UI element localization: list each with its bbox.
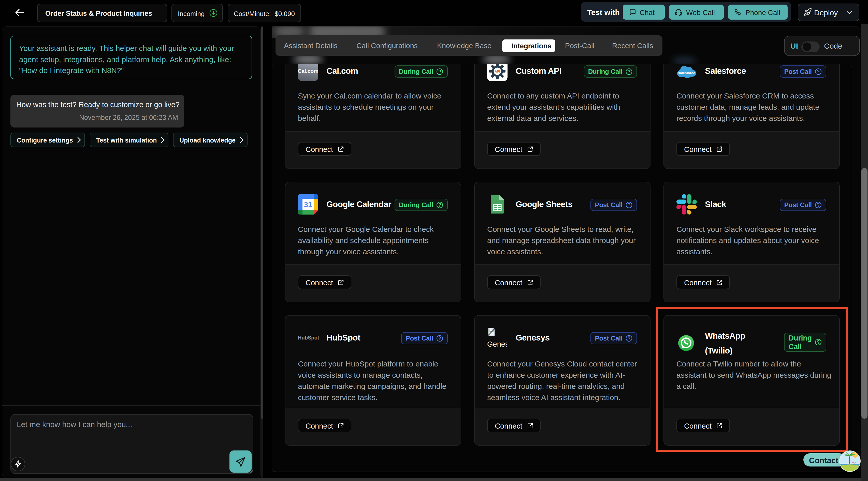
svg-text:API: API [495,70,500,73]
svg-text:salesforce: salesforce [678,71,695,75]
svg-text:31: 31 [304,200,312,209]
